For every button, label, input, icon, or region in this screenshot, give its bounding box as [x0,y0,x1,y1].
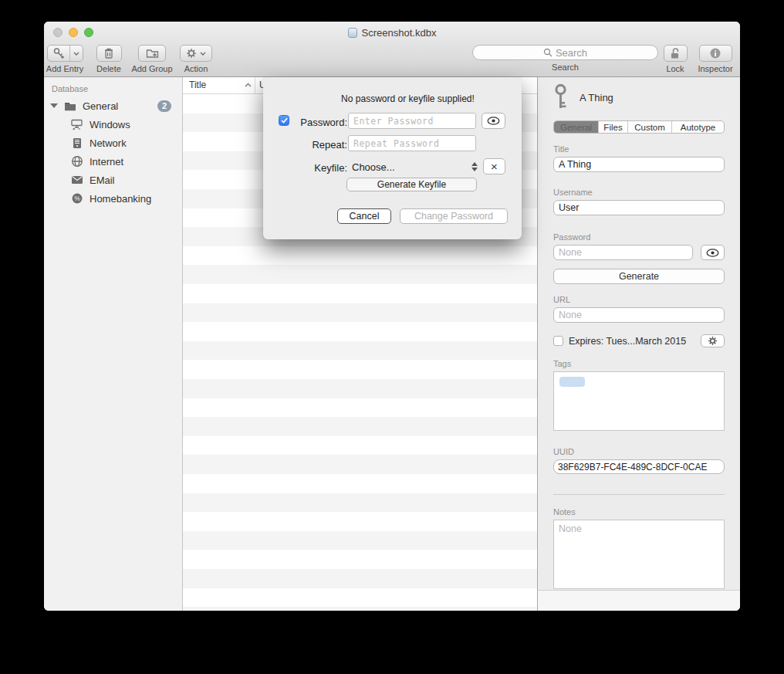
entry-count-badge: 2 [157,100,171,112]
sidebar-item-windows[interactable]: Windows [44,115,182,134]
gear-icon [708,336,718,346]
generate-keyfile-button[interactable]: Generate Keyfile [346,178,477,191]
sheet-repeat-label: Repeat: [278,139,347,151]
sidebar-item-email[interactable]: EMail [44,171,182,189]
network-icon [70,137,83,150]
add-entry-dropdown[interactable] [69,46,82,61]
password-field[interactable] [553,245,693,260]
keyfile-popup[interactable]: Choose... [348,159,479,174]
notes-separator [553,494,725,495]
disclosure-triangle-icon[interactable] [50,103,58,108]
chevron-down-icon [200,52,206,56]
lock-group: Lock [657,45,693,73]
inspector-panel: A Thing General Files Custom Autotype Ti… [537,77,740,611]
sheet-reveal-password-button[interactable] [482,113,505,129]
tag-pill[interactable] [559,377,585,387]
lock-label: Lock [657,64,693,73]
uuid-label: UUID [553,447,725,456]
email-icon [70,174,83,187]
tab-autotype[interactable]: Autotype [671,121,724,133]
search-group: Search Search [472,45,658,72]
minimize-button[interactable] [69,28,78,37]
internet-icon [70,155,83,168]
lock-button[interactable] [664,45,688,62]
uuid-field[interactable] [553,459,725,474]
expires-settings-button[interactable] [701,334,725,347]
tab-custom[interactable]: Custom [627,121,671,133]
search-label: Search [472,63,658,72]
sidebar-item-general[interactable]: General 2 [44,97,182,115]
eye-icon [487,117,500,125]
homebanking-icon: % [70,192,83,205]
popup-stepper-icon [471,162,479,171]
username-field[interactable] [553,200,725,215]
sidebar-item-label: Homebanking [90,193,151,205]
sidebar-section-header: Database [44,82,182,97]
tags-field[interactable] [553,371,725,431]
sheet-password-input[interactable] [348,113,476,129]
sidebar-item-label: Internet [90,156,123,168]
sidebar: Database General 2 Windows Network [44,77,183,611]
sort-ascending-icon[interactable] [245,83,252,87]
inspector-footer [538,590,740,611]
search-input[interactable]: Search [472,45,658,60]
sheet-repeat-input[interactable] [348,135,476,151]
change-password-sheet: No password or keyfile supplied! Passwor… [263,77,522,239]
action-button[interactable] [180,45,212,62]
folder-icon [63,100,76,113]
sidebar-item-network[interactable]: Network [44,134,182,152]
close-button[interactable] [53,28,63,37]
inspector-tabs: General Files Custom Autotype [553,120,725,134]
traffic-lights [53,28,93,37]
inspector-button[interactable] [699,45,732,62]
inspector-label: Inspector [694,64,736,73]
trash-icon [103,47,114,59]
toolbar: Add Entry Delete Add Group [44,43,740,76]
sidebar-item-label: Windows [90,119,130,130]
title-field[interactable] [553,157,725,172]
sheet-message: No password or keyfile supplied! [298,93,518,104]
add-entry-button[interactable] [47,45,83,62]
window-title-area: Screenshot.kdbx [44,22,740,43]
reveal-password-button[interactable] [701,245,725,260]
titlebar[interactable]: Screenshot.kdbx [44,22,740,43]
sheet-password-label: Password: [278,117,347,128]
generate-password-button[interactable]: Generate [553,269,725,284]
svg-text:%: % [74,195,80,202]
sheet-keyfile-label: Keyfile: [278,162,347,174]
key-plus-icon[interactable] [48,46,70,61]
sidebar-item-internet[interactable]: Internet [44,152,182,171]
add-group-button[interactable] [138,45,166,62]
close-x-icon: × [491,161,498,172]
url-field[interactable] [553,307,725,323]
eye-icon [706,249,719,257]
keyfile-popup-value: Choose... [348,161,395,173]
delete-label: Delete [92,64,126,73]
info-icon [709,47,721,59]
window-header: Screenshot.kdbx Add Entry [44,22,740,77]
gear-icon [186,48,197,59]
tab-general[interactable]: General [554,121,598,133]
notes-label: Notes [553,507,725,517]
search-icon [543,48,553,57]
unlock-icon [669,47,681,59]
inspector-group: Inspector [694,45,736,73]
change-password-button[interactable]: Change Password [400,208,508,224]
key-icon [553,83,568,111]
clear-keyfile-button[interactable]: × [483,158,505,174]
cancel-button[interactable]: Cancel [337,208,391,224]
title-field-label: Title [553,144,725,154]
tab-files[interactable]: Files [598,121,627,133]
zoom-button[interactable] [84,28,93,37]
window-title: Screenshot.kdbx [362,27,437,39]
expires-checkbox[interactable] [553,336,563,346]
delete-group: Delete [92,45,126,73]
delete-button[interactable] [96,45,122,62]
column-separator[interactable] [255,77,255,93]
add-entry-label: Add Entry [45,64,85,73]
windows-icon [70,118,83,131]
notes-field[interactable] [553,520,725,589]
sidebar-item-homebanking[interactable]: % Homebanking [44,189,182,208]
username-field-label: Username [553,188,725,197]
column-header-title[interactable]: Title [189,80,206,90]
